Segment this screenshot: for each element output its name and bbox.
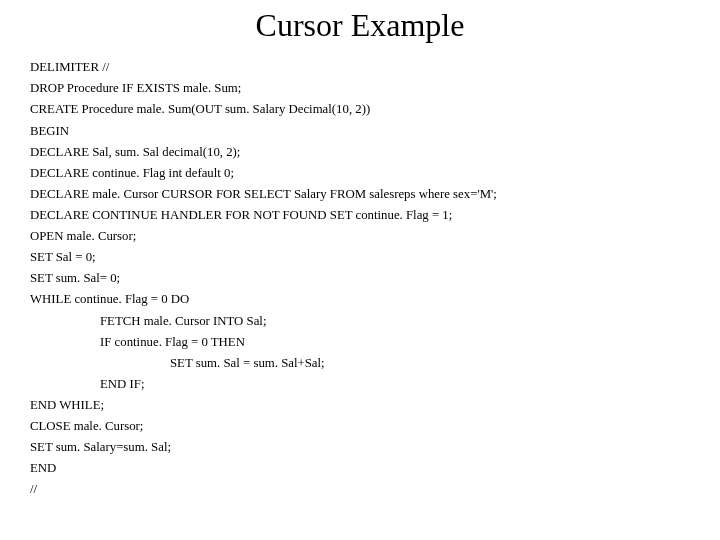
code-line: SET sum. Salary=sum. Sal; — [30, 437, 690, 458]
code-line: // — [30, 479, 690, 500]
code-line: DECLARE male. Cursor CURSOR FOR SELECT S… — [30, 184, 690, 205]
code-line: END — [30, 458, 690, 479]
code-line: SET Sal = 0; — [30, 247, 690, 268]
code-line: CLOSE male. Cursor; — [30, 416, 690, 437]
code-line: SET sum. Sal= 0; — [30, 268, 690, 289]
code-line: DECLARE continue. Flag int default 0; — [30, 163, 690, 184]
code-line: DECLARE CONTINUE HANDLER FOR NOT FOUND S… — [30, 205, 690, 226]
code-line: DELIMITER // — [30, 57, 690, 78]
code-block: DELIMITER // DROP Procedure IF EXISTS ma… — [30, 57, 690, 500]
slide: Cursor Example DELIMITER // DROP Procedu… — [0, 0, 720, 540]
code-line: DROP Procedure IF EXISTS male. Sum; — [30, 78, 690, 99]
slide-title: Cursor Example — [30, 8, 690, 43]
code-line: CREATE Procedure male. Sum(OUT sum. Sala… — [30, 99, 690, 120]
code-line: WHILE continue. Flag = 0 DO — [30, 289, 690, 310]
code-line: SET sum. Sal = sum. Sal+Sal; — [30, 353, 690, 374]
code-line: END WHILE; — [30, 395, 690, 416]
code-line: BEGIN — [30, 121, 690, 142]
code-line: FETCH male. Cursor INTO Sal; — [30, 311, 690, 332]
code-line: DECLARE Sal, sum. Sal decimal(10, 2); — [30, 142, 690, 163]
code-line: IF continue. Flag = 0 THEN — [30, 332, 690, 353]
code-line: OPEN male. Cursor; — [30, 226, 690, 247]
code-line: END IF; — [30, 374, 690, 395]
